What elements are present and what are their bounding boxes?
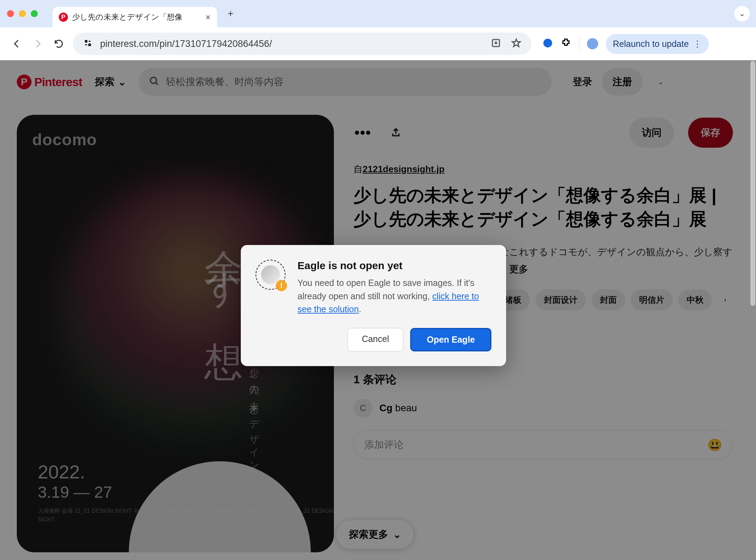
install-app-icon[interactable] <box>491 38 501 50</box>
separator <box>579 37 579 51</box>
reload-button[interactable] <box>52 37 66 51</box>
extension-eagle-icon[interactable] <box>542 38 553 50</box>
svg-point-1 <box>89 44 91 46</box>
back-button[interactable] <box>10 37 24 51</box>
pinterest-favicon: P <box>59 13 68 22</box>
dialog-icon: ! <box>255 260 286 290</box>
relaunch-button[interactable]: Relaunch to update ⋮ <box>606 34 709 54</box>
dialog-message: You need to open Eagle to save images. I… <box>298 276 491 316</box>
close-window-button[interactable] <box>7 10 14 17</box>
close-tab-icon[interactable]: × <box>205 12 211 23</box>
tab-title: 少し先の未来とデザイン「想像 <box>72 12 201 22</box>
minimize-window-button[interactable] <box>19 10 26 17</box>
url-text: pinterest.com/pin/173107179420864456/ <box>100 38 484 49</box>
toolbar-right: Relaunch to update ⋮ <box>542 34 709 54</box>
window-controls <box>7 10 38 17</box>
extensions-icon[interactable] <box>561 38 571 50</box>
forward-button[interactable] <box>31 37 45 51</box>
chevron-down-icon: ⌄ <box>739 9 745 18</box>
tab-overflow-button[interactable]: ⌄ <box>734 6 750 21</box>
dialog-msg-after: . <box>359 304 361 314</box>
svg-point-0 <box>85 41 87 42</box>
more-icon: ⋮ <box>693 39 702 49</box>
tab-bar: P 少し先の未来とデザイン「想像 × + ⌄ <box>0 0 756 27</box>
relaunch-label: Relaunch to update <box>613 39 689 49</box>
maximize-window-button[interactable] <box>31 10 38 17</box>
open-eagle-button[interactable]: Open Eagle <box>410 328 491 351</box>
eagle-dialog: ! Eagle is not open yet You need to open… <box>241 245 506 366</box>
browser-chrome: P 少し先の未来とデザイン「想像 × + ⌄ pinterest.com/pin… <box>0 0 756 60</box>
profile-button[interactable] <box>587 38 598 49</box>
svg-point-3 <box>544 39 552 48</box>
new-tab-button[interactable]: + <box>221 8 240 20</box>
cancel-button[interactable]: Cancel <box>348 328 404 351</box>
site-info-icon[interactable] <box>83 38 93 50</box>
address-bar[interactable]: pinterest.com/pin/173107179420864456/ <box>73 33 531 55</box>
browser-toolbar: pinterest.com/pin/173107179420864456/ Re… <box>0 27 756 60</box>
scrollbar[interactable] <box>750 61 755 306</box>
dialog-actions: Cancel Open Eagle <box>298 328 491 351</box>
warning-badge-icon: ! <box>276 280 287 291</box>
bookmark-icon[interactable] <box>511 38 522 50</box>
browser-tab[interactable]: P 少し先の未来とデザイン「想像 × <box>52 7 217 27</box>
dialog-title: Eagle is not open yet <box>298 260 491 272</box>
